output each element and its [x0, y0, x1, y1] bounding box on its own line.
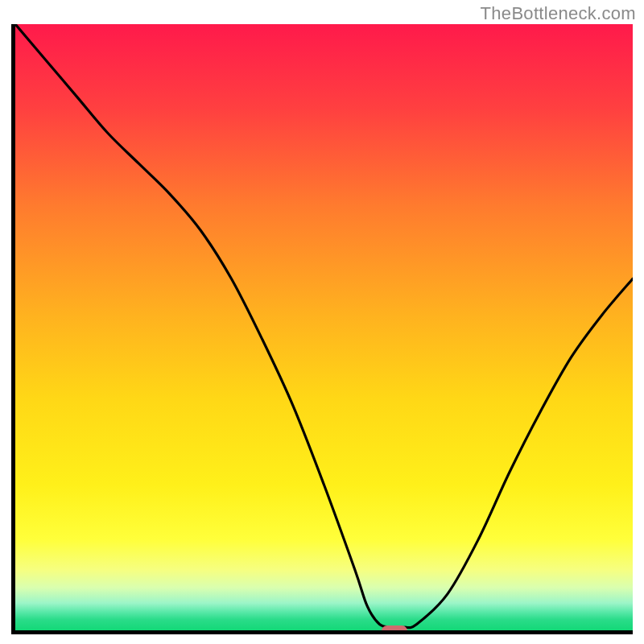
chart-wrapper: TheBottleneck.com	[0, 0, 644, 644]
attribution-text: TheBottleneck.com	[481, 3, 636, 24]
gradient-background	[15, 24, 633, 630]
optimal-point-marker	[382, 625, 407, 634]
plot-area	[11, 24, 633, 634]
chart-svg	[15, 24, 633, 630]
